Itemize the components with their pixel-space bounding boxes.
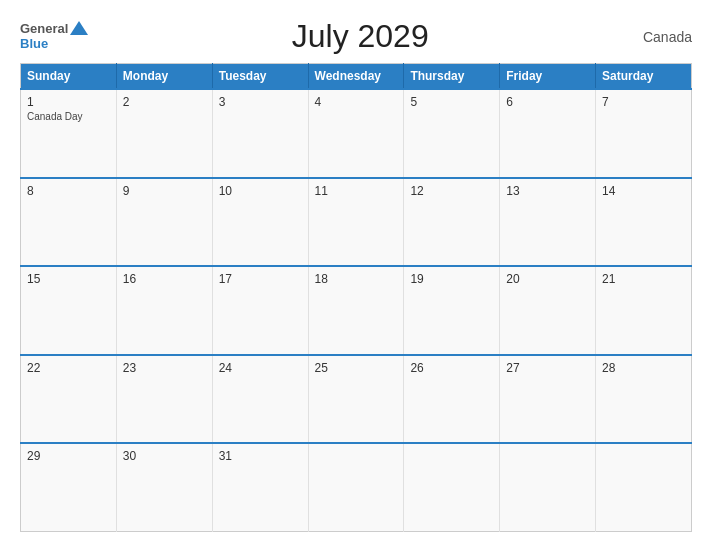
calendar-cell: 14 — [596, 178, 692, 267]
day-number: 12 — [410, 184, 493, 198]
calendar-cell: 13 — [500, 178, 596, 267]
calendar-week-row: 15161718192021 — [21, 266, 692, 355]
calendar-cell: 5 — [404, 89, 500, 178]
col-wednesday: Wednesday — [308, 64, 404, 90]
logo-general-text: General — [20, 22, 68, 36]
calendar-cell: 22 — [21, 355, 117, 444]
day-number: 27 — [506, 361, 589, 375]
calendar-cell: 28 — [596, 355, 692, 444]
day-number: 20 — [506, 272, 589, 286]
calendar-cell: 3 — [212, 89, 308, 178]
day-number: 14 — [602, 184, 685, 198]
calendar-cell: 27 — [500, 355, 596, 444]
day-number: 16 — [123, 272, 206, 286]
calendar-week-row: 22232425262728 — [21, 355, 692, 444]
calendar-cell — [404, 443, 500, 532]
calendar-cell: 26 — [404, 355, 500, 444]
calendar-cell: 9 — [116, 178, 212, 267]
calendar-cell: 25 — [308, 355, 404, 444]
logo-flag-icon — [70, 19, 88, 37]
day-number: 13 — [506, 184, 589, 198]
calendar-cell: 7 — [596, 89, 692, 178]
calendar-cell — [500, 443, 596, 532]
calendar-header-row: Sunday Monday Tuesday Wednesday Thursday… — [21, 64, 692, 90]
calendar-cell: 6 — [500, 89, 596, 178]
col-monday: Monday — [116, 64, 212, 90]
day-number: 18 — [315, 272, 398, 286]
col-tuesday: Tuesday — [212, 64, 308, 90]
day-number: 17 — [219, 272, 302, 286]
col-thursday: Thursday — [404, 64, 500, 90]
calendar-week-row: 891011121314 — [21, 178, 692, 267]
calendar-cell: 1Canada Day — [21, 89, 117, 178]
calendar-cell: 24 — [212, 355, 308, 444]
calendar-week-row: 1Canada Day234567 — [21, 89, 692, 178]
logo-blue-text: Blue — [20, 37, 88, 51]
col-saturday: Saturday — [596, 64, 692, 90]
page-title: July 2029 — [88, 18, 632, 55]
col-sunday: Sunday — [21, 64, 117, 90]
country-label: Canada — [632, 29, 692, 45]
calendar-cell: 11 — [308, 178, 404, 267]
calendar-cell: 31 — [212, 443, 308, 532]
calendar-cell: 29 — [21, 443, 117, 532]
calendar-cell: 21 — [596, 266, 692, 355]
day-number: 28 — [602, 361, 685, 375]
day-number: 25 — [315, 361, 398, 375]
day-number: 9 — [123, 184, 206, 198]
calendar-cell: 8 — [21, 178, 117, 267]
calendar-cell: 18 — [308, 266, 404, 355]
day-number: 3 — [219, 95, 302, 109]
day-number: 8 — [27, 184, 110, 198]
day-number: 5 — [410, 95, 493, 109]
page: General Blue July 2029 Canada Sunday Mon… — [0, 0, 712, 550]
calendar-cell: 20 — [500, 266, 596, 355]
day-number: 4 — [315, 95, 398, 109]
calendar-cell: 17 — [212, 266, 308, 355]
day-number: 10 — [219, 184, 302, 198]
logo: General Blue — [20, 21, 88, 51]
calendar-cell: 10 — [212, 178, 308, 267]
day-number: 31 — [219, 449, 302, 463]
day-number: 7 — [602, 95, 685, 109]
col-friday: Friday — [500, 64, 596, 90]
day-number: 22 — [27, 361, 110, 375]
calendar-cell: 19 — [404, 266, 500, 355]
calendar-week-row: 293031 — [21, 443, 692, 532]
day-number: 1 — [27, 95, 110, 109]
day-number: 19 — [410, 272, 493, 286]
calendar-cell — [308, 443, 404, 532]
calendar-cell: 4 — [308, 89, 404, 178]
calendar-cell: 30 — [116, 443, 212, 532]
day-number: 29 — [27, 449, 110, 463]
day-number: 23 — [123, 361, 206, 375]
day-number: 26 — [410, 361, 493, 375]
calendar-cell: 16 — [116, 266, 212, 355]
calendar-cell: 12 — [404, 178, 500, 267]
day-event: Canada Day — [27, 111, 110, 122]
calendar-cell: 2 — [116, 89, 212, 178]
header: General Blue July 2029 Canada — [20, 18, 692, 55]
svg-marker-0 — [70, 21, 88, 35]
calendar-cell: 23 — [116, 355, 212, 444]
day-number: 6 — [506, 95, 589, 109]
day-number: 2 — [123, 95, 206, 109]
day-number: 30 — [123, 449, 206, 463]
day-number: 21 — [602, 272, 685, 286]
calendar-cell — [596, 443, 692, 532]
calendar-cell: 15 — [21, 266, 117, 355]
day-number: 15 — [27, 272, 110, 286]
calendar-table: Sunday Monday Tuesday Wednesday Thursday… — [20, 63, 692, 532]
day-number: 11 — [315, 184, 398, 198]
day-number: 24 — [219, 361, 302, 375]
